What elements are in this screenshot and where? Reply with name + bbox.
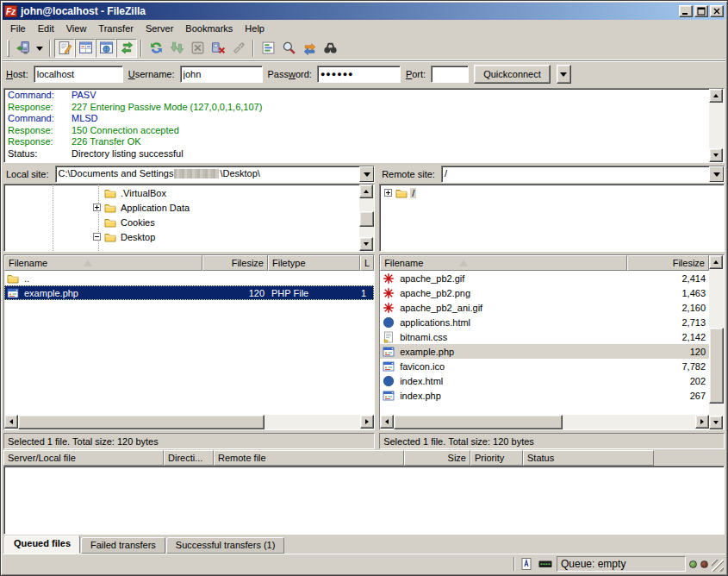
combo-dropdown-button[interactable] (709, 166, 724, 182)
queue-list[interactable] (3, 466, 725, 535)
file-row[interactable]: apache_pb2.png 1,463 (380, 285, 709, 300)
scroll-right-button[interactable] (360, 415, 374, 429)
close-button[interactable] (710, 5, 724, 17)
file-row[interactable]: bitnami.css 2,142 (380, 329, 709, 344)
disconnect-button[interactable] (208, 39, 228, 58)
folder-icon (6, 272, 19, 285)
queue-column-header[interactable]: Server/Local file (3, 450, 164, 466)
queue-header: Server/Local fileDirecti...Remote fileSi… (3, 450, 725, 466)
tree-item[interactable]: / (380, 185, 724, 200)
minimize-icon (681, 7, 690, 16)
filter-button[interactable] (258, 39, 278, 58)
column-header-filetype[interactable]: Filetype (268, 255, 360, 271)
maximize-button[interactable] (694, 5, 708, 17)
scroll-left-button[interactable] (380, 415, 394, 429)
tab[interactable]: Successful transfers (1) (166, 537, 285, 554)
column-header-lastmodified[interactable]: L (360, 255, 374, 271)
file-row[interactable]: .. (4, 271, 374, 285)
log-scrollbar[interactable] (709, 89, 724, 162)
scrollbar-thumb[interactable] (709, 328, 724, 404)
minimize-button[interactable] (679, 5, 693, 17)
queue-column-header[interactable]: Directi... (164, 450, 214, 466)
tree-expander[interactable] (93, 203, 101, 211)
scroll-down-button[interactable] (709, 416, 723, 429)
local-horizontal-scrollbar[interactable] (4, 415, 374, 429)
site-manager-dropdown-button[interactable] (33, 39, 46, 58)
tree-item[interactable]: Desktop (4, 229, 359, 244)
local-tree-scrollbar[interactable] (359, 185, 374, 251)
scroll-down-button[interactable] (709, 148, 723, 162)
menu-item[interactable]: Help (239, 22, 271, 35)
file-row[interactable]: apache_pb2_ani.gif 2,160 (380, 300, 709, 315)
username-input[interactable] (180, 66, 263, 83)
menu-item[interactable]: Transfer (92, 22, 140, 35)
file-row[interactable]: example.php 120 PHP File 1 (4, 285, 374, 300)
quickconnect-dropdown-button[interactable] (557, 65, 571, 84)
column-header-filesize[interactable]: Filesize (627, 255, 709, 271)
port-input[interactable] (431, 66, 469, 83)
menu-item[interactable]: Bookmarks (179, 22, 239, 35)
queue-column-header[interactable]: Size (404, 450, 470, 466)
file-row[interactable]: example.php 120 (380, 344, 709, 359)
find-files-button[interactable] (320, 39, 340, 58)
main-panes: Local site: C:\Documents and Settings\De… (3, 165, 725, 449)
process-queue-button[interactable] (166, 39, 187, 58)
scrollbar-thumb[interactable] (359, 211, 374, 227)
column-header-filename[interactable]: Filename (4, 255, 202, 271)
menu-item[interactable]: File (4, 22, 32, 35)
column-header-filename[interactable]: Filename (380, 255, 627, 271)
tree-expander[interactable] (384, 189, 392, 197)
tree-item[interactable]: Application Data (4, 200, 359, 215)
reconnect-button[interactable] (228, 39, 249, 58)
file-row[interactable]: apache_pb2.gif 2,414 (380, 271, 709, 285)
synchronized-browsing-button[interactable] (299, 39, 320, 58)
cancel-button[interactable] (187, 39, 208, 58)
compare-directories-button[interactable] (278, 39, 299, 58)
scroll-down-button[interactable] (359, 237, 373, 251)
file-row[interactable]: applications.html 2,713 (380, 315, 709, 329)
scroll-up-button[interactable] (709, 255, 723, 269)
host-input[interactable] (34, 66, 123, 83)
toggle-queue-button[interactable] (116, 39, 137, 58)
tree-item[interactable]: .VirtualBox (4, 185, 359, 200)
site-manager-button[interactable] (12, 39, 33, 58)
menu-item[interactable]: Edit (32, 22, 60, 35)
queue-column-header[interactable]: Status (523, 450, 654, 466)
tab[interactable]: Failed transfers (81, 537, 165, 554)
statusbar-divider (513, 557, 515, 571)
tab[interactable]: Queued files (4, 535, 80, 554)
scroll-left-button[interactable] (4, 415, 18, 429)
menu-item[interactable]: View (60, 22, 93, 35)
queue-column-header[interactable]: Remote file (214, 450, 404, 466)
file-row[interactable]: index.php 267 (380, 388, 709, 403)
menu-item[interactable]: Server (140, 22, 179, 35)
toggle-message-log-button[interactable] (54, 39, 75, 58)
file-row[interactable]: favicon.ico 7,782 (380, 359, 709, 373)
scroll-right-button[interactable] (695, 415, 709, 429)
tree-expander[interactable] (93, 233, 101, 241)
combo-dropdown-button[interactable] (359, 166, 374, 182)
scrollbar-thumb[interactable] (18, 415, 264, 429)
local-site-combobox[interactable]: C:\Documents and Settings\Desktop\ (55, 166, 376, 183)
column-header-filesize[interactable]: Filesize (202, 255, 268, 271)
tree-item[interactable]: Cookies (4, 215, 359, 229)
file-row[interactable]: index.html 202 (380, 373, 709, 388)
scroll-up-button[interactable] (359, 185, 373, 198)
toggle-local-tree-button[interactable] (75, 39, 96, 58)
toolbar-grip[interactable] (7, 40, 9, 57)
remote-horizontal-scrollbar[interactable] (380, 415, 709, 429)
refresh-button[interactable] (146, 39, 166, 58)
queue-column-header[interactable]: Priority (470, 450, 523, 466)
scroll-up-button[interactable] (709, 89, 723, 103)
scrollbar-thumb[interactable] (394, 415, 563, 429)
resize-grip[interactable] (712, 560, 724, 572)
activity-led-green-icon (689, 560, 697, 568)
process-queue-icon (170, 41, 184, 57)
remote-vertical-scrollbar[interactable] (709, 255, 724, 429)
toolbar-separator (252, 40, 254, 57)
titlebar[interactable]: Fz john@localhost - FileZilla (3, 3, 725, 20)
toggle-remote-tree-button[interactable] (96, 39, 116, 58)
remote-site-combobox[interactable]: / (441, 166, 725, 183)
quickconnect-button[interactable]: Quickconnect (474, 65, 551, 84)
password-input[interactable] (317, 66, 401, 83)
